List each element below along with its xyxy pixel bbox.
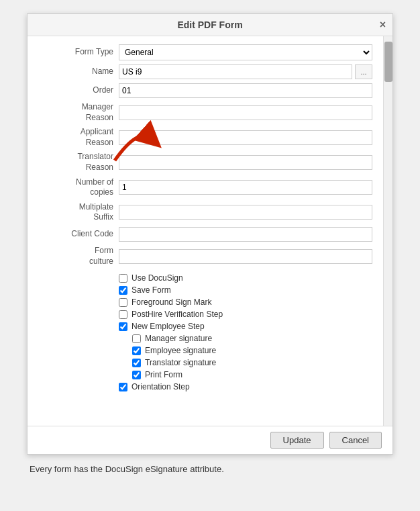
foreground-sign-mark-checkbox[interactable] (119, 298, 127, 307)
dialog-body: Form Type General Name ... Order (28, 36, 392, 426)
scrollbar[interactable] (383, 36, 392, 426)
applicant-reason-label: Applicant Reason (38, 127, 119, 148)
dialog-footer: Update Cancel (28, 426, 392, 454)
applicant-reason-row: Applicant Reason (38, 127, 372, 148)
form-type-row: Form Type General (38, 44, 372, 60)
multiplate-suffix-row: Multiplate Suffix (38, 202, 372, 223)
manager-reason-row: Manager Reason (38, 102, 372, 123)
update-button[interactable]: Update (270, 432, 324, 449)
footer-text: Every form has the DocuSign eSignature a… (27, 464, 393, 474)
client-code-row: Client Code (38, 227, 372, 242)
form-area: Form Type General Name ... Order (28, 36, 383, 426)
translator-reason-row: Translator Reason (38, 152, 372, 173)
ellipsis-button[interactable]: ... (355, 64, 372, 79)
posthire-verification-row: PostHire Verification Step (119, 310, 372, 319)
cancel-button[interactable]: Cancel (329, 432, 382, 449)
edit-pdf-form-dialog: Edit PDF Form × Form Type General Name .… (27, 13, 393, 455)
name-label: Name (38, 66, 119, 77)
form-type-label: Form Type (38, 47, 119, 58)
form-culture-label: Form culture (38, 246, 119, 267)
translator-signature-checkbox[interactable] (132, 359, 141, 367)
employee-signature-row: Employee signature (119, 346, 372, 355)
order-label: Order (38, 85, 119, 96)
employee-signature-label: Employee signature (145, 346, 216, 355)
manager-reason-label: Manager Reason (38, 102, 119, 123)
manager-signature-checkbox[interactable] (132, 334, 141, 343)
close-button[interactable]: × (380, 19, 386, 31)
client-code-label: Client Code (38, 229, 119, 240)
foreground-sign-mark-row: Foreground Sign Mark (119, 297, 372, 307)
save-form-row: Save Form (119, 285, 372, 295)
form-type-select[interactable]: General (119, 44, 372, 60)
multiplate-suffix-label: Multiplate Suffix (38, 202, 119, 223)
order-input[interactable] (119, 83, 372, 98)
save-form-checkbox[interactable] (119, 286, 127, 295)
foreground-sign-mark-label: Foreground Sign Mark (132, 297, 211, 307)
number-of-copies-input[interactable] (119, 180, 372, 195)
form-culture-row: Form culture (38, 246, 372, 267)
translator-reason-input[interactable] (119, 155, 372, 170)
translator-reason-label: Translator Reason (38, 152, 119, 173)
translator-signature-label: Translator signature (145, 358, 216, 367)
applicant-reason-input[interactable] (119, 130, 372, 145)
new-employee-step-row: New Employee Step (119, 322, 372, 331)
posthire-verification-checkbox[interactable] (119, 310, 127, 319)
new-employee-step-checkbox[interactable] (119, 322, 127, 331)
employee-signature-checkbox[interactable] (132, 346, 141, 355)
scrollbar-thumb[interactable] (384, 42, 392, 82)
save-form-label: Save Form (132, 285, 171, 295)
manager-signature-label: Manager signature (145, 334, 212, 343)
dialog-header: Edit PDF Form × (28, 14, 392, 36)
new-employee-step-label: New Employee Step (132, 322, 205, 331)
orientation-step-label: Orientation Step (132, 382, 190, 391)
translator-signature-row: Translator signature (119, 358, 372, 367)
name-row: Name ... (38, 64, 372, 79)
number-of-copies-row: Number of copies (38, 177, 372, 198)
number-of-copies-label: Number of copies (38, 177, 119, 198)
client-code-input[interactable] (119, 227, 372, 242)
orientation-step-checkbox[interactable] (119, 383, 127, 391)
print-form-checkbox[interactable] (132, 371, 141, 379)
posthire-verification-label: PostHire Verification Step (132, 310, 223, 319)
manager-signature-row: Manager signature (119, 334, 372, 343)
name-input[interactable] (119, 64, 352, 79)
dialog-title: Edit PDF Form (177, 19, 242, 30)
manager-reason-input[interactable] (119, 105, 372, 120)
checkbox-section: Use DocuSign Save Form Foreground Sign M… (38, 271, 372, 397)
form-culture-input[interactable] (119, 249, 372, 264)
use-docusign-checkbox[interactable] (119, 274, 127, 283)
use-docusign-label: Use DocuSign (132, 273, 183, 283)
print-form-label: Print Form (145, 370, 182, 379)
order-row: Order (38, 83, 372, 98)
use-docusign-row: Use DocuSign (119, 273, 372, 283)
print-form-row: Print Form (119, 370, 372, 379)
orientation-step-row: Orientation Step (119, 382, 372, 391)
multiplate-suffix-input[interactable] (119, 205, 372, 220)
